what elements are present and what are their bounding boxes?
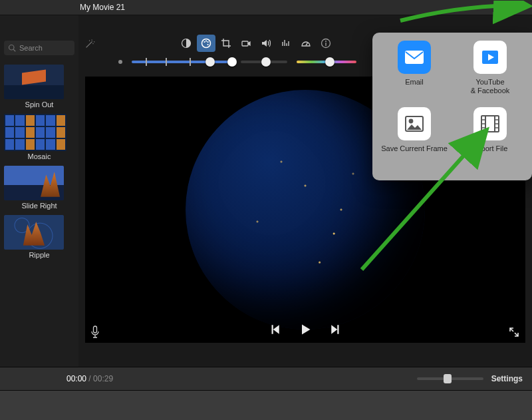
svg-point-6 [207, 44, 209, 45]
time-current: 00:00 [66, 374, 86, 383]
fullscreen-button[interactable] [507, 325, 521, 339]
share-option-email[interactable]: Email [376, 41, 452, 106]
svg-point-15 [410, 120, 413, 123]
svg-point-0 [9, 45, 15, 51]
transition-label: Ripple [0, 251, 78, 259]
share-option-label: Export File [473, 144, 508, 153]
auto-dot[interactable] [118, 60, 122, 64]
image-icon [404, 115, 424, 132]
expand-icon [509, 327, 519, 337]
share-option-label: Save Current Frame [381, 144, 448, 153]
equalizer-icon [281, 38, 291, 49]
share-option-export-file[interactable]: Export File [452, 107, 528, 172]
time-separator: / [86, 374, 93, 383]
skip-prev-icon [269, 323, 281, 335]
play-button[interactable] [298, 322, 313, 337]
share-popover: Email YouTube & Facebook Save Current Fr… [372, 33, 532, 180]
transition-thumb-mosaic[interactable] [4, 114, 66, 151]
color-balance-button[interactable] [177, 35, 196, 52]
noise-reduction-button[interactable] [277, 35, 295, 52]
shadows-slider[interactable] [132, 61, 231, 63]
time-duration: 00:29 [93, 374, 113, 383]
svg-point-9 [325, 41, 327, 42]
svg-point-5 [207, 41, 209, 43]
svg-point-2 [202, 39, 211, 48]
palette-icon [201, 38, 211, 49]
svg-rect-10 [325, 43, 326, 46]
play-icon [299, 323, 312, 336]
zoom-slider[interactable] [417, 377, 483, 380]
color-correction-button[interactable] [197, 35, 215, 52]
crop-icon [221, 38, 231, 49]
camera-icon [241, 38, 251, 49]
saturation-slider[interactable] [241, 61, 287, 63]
speed-button[interactable] [297, 35, 315, 52]
microphone-icon [90, 325, 100, 339]
film-icon [480, 114, 500, 133]
volume-button[interactable] [257, 35, 275, 52]
share-option-label: YouTube & Facebook [471, 78, 510, 95]
next-button[interactable] [329, 322, 343, 337]
stabilize-button[interactable] [237, 35, 255, 52]
timeline-track-area[interactable] [0, 391, 532, 420]
volume-icon [261, 38, 271, 49]
transition-label: Spin Out [0, 101, 78, 108]
search-icon [8, 44, 16, 52]
email-icon [404, 50, 424, 65]
circle-half-icon [181, 38, 192, 49]
skip-next-icon [330, 323, 342, 335]
transition-label: Mosaic [0, 152, 78, 160]
temperature-slider[interactable] [297, 61, 356, 63]
settings-button[interactable]: Settings [491, 374, 523, 383]
transitions-sidebar: Search Spin Out Mosaic Slide Right Rippl… [0, 15, 78, 367]
crop-button[interactable] [217, 35, 235, 52]
transition-thumb-slide-right[interactable] [4, 166, 64, 200]
transition-thumb-spin-out[interactable] [4, 65, 64, 99]
speedometer-icon [301, 38, 311, 49]
share-icon [513, 2, 523, 13]
svg-rect-12 [405, 51, 424, 64]
svg-rect-11 [94, 326, 97, 333]
svg-point-4 [205, 41, 207, 42]
prev-button[interactable] [267, 322, 282, 337]
share-option-label: Email [405, 78, 424, 87]
transition-label: Slide Right [0, 202, 78, 210]
share-option-youtube-facebook[interactable]: YouTube & Facebook [452, 41, 528, 106]
transition-thumb-ripple[interactable] [4, 215, 64, 250]
search-input[interactable]: Search [4, 41, 74, 55]
search-placeholder: Search [19, 44, 43, 52]
titlebar: My Movie 21 [0, 0, 532, 15]
timeline-bar: 00:00 / 00:29 Settings [0, 367, 532, 391]
viewer-pane: Email YouTube & Facebook Save Current Fr… [78, 15, 532, 367]
video-play-icon [479, 47, 501, 68]
magic-wand-icon[interactable] [84, 38, 96, 50]
voiceover-button[interactable] [88, 325, 102, 339]
info-button[interactable] [317, 35, 335, 52]
project-title: My Movie 21 [80, 3, 125, 12]
share-button[interactable] [511, 1, 525, 13]
info-icon [321, 38, 331, 49]
svg-point-3 [203, 41, 205, 43]
svg-rect-7 [242, 41, 248, 46]
share-option-save-frame[interactable]: Save Current Frame [376, 107, 452, 172]
